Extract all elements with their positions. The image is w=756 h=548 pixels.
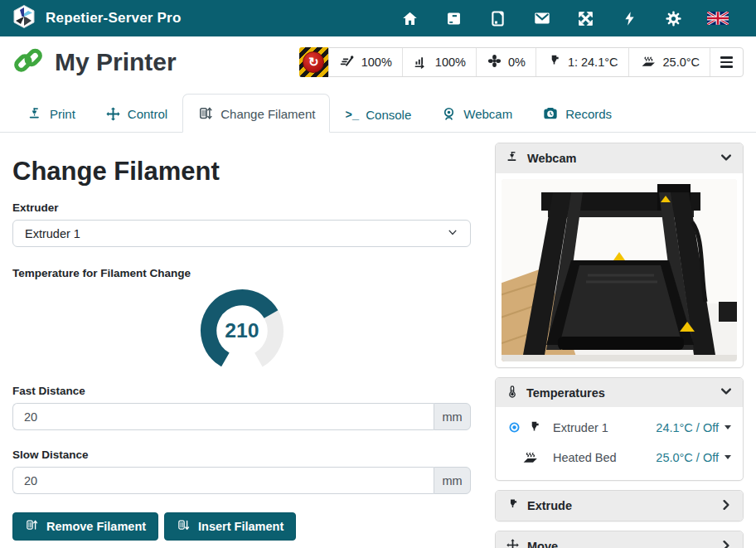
extruder-temp-value: 1: 24.1°C — [568, 56, 618, 69]
fan-icon — [487, 53, 502, 71]
chevron-right-icon — [720, 539, 733, 548]
flow-status[interactable]: 100% — [402, 48, 476, 76]
temperature-row-extruder: Extruder 1 24.1°C / Off — [496, 413, 743, 442]
navbar-icons — [388, 9, 744, 27]
temperatures-panel-header[interactable]: Temperatures — [496, 378, 743, 407]
tab-print[interactable]: Print — [12, 95, 90, 133]
filament-down-icon — [177, 518, 191, 535]
repetier-server-page: Repetier-Server Pro — [0, 0, 756, 548]
extruder-temp-dropdown[interactable]: 24.1°C / Off — [656, 421, 731, 434]
move-panel-header[interactable]: Move — [496, 531, 743, 548]
repetier-logo-icon — [12, 4, 36, 32]
home-icon[interactable] — [388, 10, 432, 27]
tab-control-label: Control — [128, 107, 167, 121]
tab-console[interactable]: >_ Console — [330, 96, 426, 133]
tab-change-filament[interactable]: Change Filament — [182, 94, 330, 133]
move-icon — [506, 538, 520, 548]
printer-name: My Printer — [55, 48, 177, 76]
language-flag-icon[interactable] — [695, 12, 739, 25]
nozzle-icon — [546, 53, 562, 71]
extrude-panel: Extrude — [495, 490, 744, 521]
brand-link[interactable]: Repetier-Server Pro — [12, 4, 181, 32]
messages-icon[interactable] — [520, 9, 564, 27]
printer-menu-button[interactable] — [710, 48, 743, 76]
connection-link-icon — [12, 45, 44, 80]
caret-down-icon — [724, 425, 731, 429]
extruder-row-icons — [507, 419, 553, 435]
printer-tabs: Print Control Change Filament >_ Console — [0, 88, 756, 133]
top-navbar: Repetier-Server Pro — [0, 0, 756, 36]
extrude-panel-title: Extrude — [527, 499, 572, 512]
fast-distance-input[interactable] — [12, 403, 434, 430]
extruder-temp-status[interactable]: 1: 24.1°C — [536, 48, 628, 76]
manual-icon[interactable] — [476, 10, 520, 27]
speed-value: 100% — [361, 56, 392, 69]
extruder-select-value: Extruder 1 — [25, 227, 80, 240]
thermometer-icon — [506, 385, 519, 400]
bed-row-name: Heated Bed — [553, 451, 617, 464]
heated-bed-icon — [520, 449, 540, 466]
temperatures-panel: Temperatures — [495, 377, 744, 481]
tab-webcam[interactable]: Webcam — [426, 95, 527, 133]
temperature-row-bed: Heated Bed 25.0°C / Off — [496, 442, 743, 473]
bed-temp-status[interactable]: 25.0°C — [628, 48, 710, 76]
app-title: Repetier-Server Pro — [46, 10, 181, 27]
flow-value: 100% — [435, 56, 466, 69]
fast-distance-label: Fast Distance — [12, 385, 483, 397]
temperatures-panel-body: Extruder 1 24.1°C / Off — [496, 407, 743, 480]
webcam-panel-header[interactable]: Webcam — [496, 143, 743, 173]
emergency-stop-button[interactable]: ↻ — [299, 47, 328, 77]
insert-filament-button[interactable]: Insert Filament — [164, 512, 296, 541]
tab-print-label: Print — [50, 107, 75, 121]
nozzle-icon — [506, 497, 520, 514]
extruder-temp-text: 24.1°C / Off — [656, 421, 719, 434]
settings-icon[interactable] — [652, 10, 695, 27]
remove-filament-label: Remove Filament — [46, 520, 146, 533]
slow-distance-group: mm — [12, 467, 471, 494]
change-filament-panel: Change Filament Extruder Extruder 1 Temp… — [0, 133, 495, 541]
chevron-right-icon — [720, 498, 733, 514]
speed-status[interactable]: 100% — [329, 48, 402, 76]
fan-value: 0% — [508, 56, 526, 69]
temperature-gauge[interactable]: 210 — [12, 285, 471, 376]
bed-temp-dropdown[interactable]: 25.0°C / Off — [656, 451, 731, 464]
slow-distance-label: Slow Distance — [12, 449, 483, 461]
tab-records-label: Records — [565, 107, 612, 121]
webcam-panel-title: Webcam — [527, 152, 576, 165]
hamburger-icon — [720, 56, 733, 67]
power-icon[interactable] — [608, 10, 652, 27]
fast-distance-unit: mm — [434, 403, 471, 430]
move-panel: Move — [495, 531, 744, 548]
speed-icon — [339, 53, 356, 72]
remove-filament-button[interactable]: Remove Filament — [12, 512, 158, 541]
insert-filament-label: Insert Filament — [198, 520, 284, 533]
printers-icon[interactable] — [432, 10, 476, 27]
extruder-select[interactable]: Extruder 1 — [12, 220, 471, 247]
tab-records[interactable]: Records — [527, 94, 627, 133]
extruder-row-name: Extruder 1 — [553, 421, 608, 434]
extrude-panel-header[interactable]: Extrude — [496, 491, 743, 521]
printer-bed-icon — [506, 150, 520, 167]
slow-distance-unit: mm — [434, 467, 471, 494]
bed-temp-text: 25.0°C / Off — [656, 451, 719, 464]
temperature-label: Temperature for Filament Change — [12, 267, 483, 279]
fullscreen-icon[interactable] — [564, 10, 608, 27]
webcam-image — [502, 179, 737, 361]
fast-distance-group: mm — [12, 403, 471, 430]
tab-webcam-label: Webcam — [463, 107, 512, 121]
temperatures-panel-title: Temperatures — [526, 386, 605, 400]
chevron-down-icon — [720, 385, 733, 400]
tab-control[interactable]: Control — [90, 95, 182, 133]
bed-row-icons — [507, 449, 553, 466]
webcam-panel-body — [496, 173, 743, 367]
right-sidebar: Webcam — [495, 143, 744, 548]
extruder-label: Extruder — [12, 201, 483, 214]
nozzle-icon — [526, 419, 542, 435]
printer-status-bar: ↻ 100% — [299, 47, 744, 77]
emergency-stop-icon: ↻ — [303, 51, 324, 73]
filament-actions: Remove Filament Insert Filament — [12, 512, 483, 541]
page-title: Change Filament — [12, 157, 483, 187]
fan-status[interactable]: 0% — [476, 48, 536, 76]
tab-console-label: Console — [366, 108, 411, 122]
slow-distance-input[interactable] — [12, 467, 434, 494]
